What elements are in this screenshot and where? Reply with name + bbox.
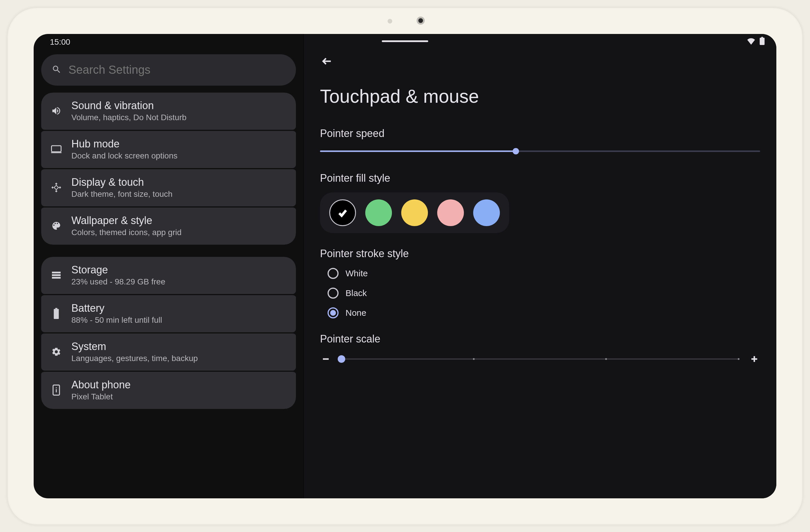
tablet-frame: 15:00	[7, 8, 803, 525]
sidebar-item-label: Sound & vibration	[71, 99, 187, 112]
radio-icon	[327, 268, 339, 279]
sidebar-item-display[interactable]: Display & touch Dark theme, font size, t…	[41, 168, 296, 206]
radio-label: None	[345, 308, 367, 318]
fill-swatch-4[interactable]	[473, 199, 500, 226]
pointer-speed-label: Pointer speed	[320, 127, 760, 140]
pointer-stroke-label: Pointer stroke style	[320, 247, 760, 260]
sidebar-item-sub: Volume, haptics, Do Not Disturb	[71, 113, 187, 122]
palette-icon	[50, 221, 63, 231]
sidebar-item-sub: 23% used - 98.29 GB free	[71, 277, 165, 287]
sidebar-item-label: Wallpaper & style	[71, 214, 182, 227]
sidebar-item-label: Display & touch	[71, 176, 173, 188]
svg-rect-8	[56, 389, 56, 392]
sidebar-item-label: About phone	[71, 379, 131, 391]
sidebar-item-hub-mode[interactable]: Hub mode Dock and lock screen options	[41, 130, 296, 168]
scale-tick	[473, 358, 475, 360]
sidebar-item-sub: Languages, gestures, time, backup	[71, 354, 198, 363]
brightness-icon	[50, 182, 63, 193]
scale-tick	[738, 358, 740, 360]
radio-icon	[327, 288, 339, 299]
stroke-option-black[interactable]: Black	[327, 288, 760, 299]
gear-icon	[50, 346, 63, 357]
sidebar-item-label: Storage	[71, 264, 165, 276]
fill-swatch-0[interactable]	[329, 199, 356, 226]
settings-sidebar: Sound & vibration Volume, haptics, Do No…	[34, 34, 304, 498]
fill-swatch-2[interactable]	[401, 199, 428, 226]
sidebar-item-storage[interactable]: Storage 23% used - 98.29 GB free	[41, 257, 296, 294]
pointer-scale-slider[interactable]	[341, 356, 739, 362]
search-settings[interactable]	[41, 54, 296, 86]
sidebar-item-sub: Dark theme, font size, touch	[71, 190, 173, 199]
sidebar-item-sub: 88% - 50 min left until full	[71, 316, 162, 325]
fill-swatch-1[interactable]	[365, 199, 392, 226]
pointer-fill-label: Pointer fill style	[320, 172, 760, 184]
sidebar-item-sub: Pixel Tablet	[71, 392, 131, 401]
phone-info-icon	[50, 385, 63, 396]
sidebar-item-label: System	[71, 340, 198, 353]
svg-rect-3	[51, 152, 62, 153]
sidebar-item-label: Battery	[71, 302, 162, 314]
stroke-option-white[interactable]: White	[327, 268, 760, 279]
storage-icon	[50, 270, 63, 280]
sidebar-item-wallpaper[interactable]: Wallpaper & style Colors, themed icons, …	[41, 206, 296, 245]
status-clock: 15:00	[50, 37, 70, 47]
status-bar: 15:00	[34, 34, 776, 50]
svg-rect-7	[56, 387, 56, 388]
battery-icon	[760, 37, 765, 47]
back-button[interactable]	[320, 54, 334, 68]
sidebar-item-battery[interactable]: Battery 88% - 50 min left until full	[41, 294, 296, 332]
svg-rect-0	[760, 38, 765, 45]
dock-icon	[50, 145, 63, 154]
pointer-stroke-options: WhiteBlackNone	[320, 268, 760, 318]
fill-swatch-3[interactable]	[437, 199, 464, 226]
radio-label: White	[345, 269, 368, 278]
search-input[interactable]	[68, 63, 286, 76]
screen: 15:00	[34, 34, 776, 498]
detail-pane: Touchpad & mouse Pointer speed Pointer f…	[304, 34, 776, 498]
radio-label: Black	[345, 288, 367, 298]
radio-icon	[327, 307, 339, 318]
sidebar-item-sound[interactable]: Sound & vibration Volume, haptics, Do No…	[41, 93, 296, 130]
scale-decrease-button[interactable]	[320, 353, 331, 365]
sidebar-item-sub: Dock and lock screen options	[71, 151, 178, 161]
sidebar-item-sub: Colors, themed icons, app grid	[71, 228, 182, 237]
sidebar-item-system[interactable]: System Languages, gestures, time, backup	[41, 332, 296, 371]
sidebar-item-label: Hub mode	[71, 138, 178, 150]
svg-rect-4	[55, 308, 58, 309]
wifi-icon	[747, 37, 756, 47]
ambient-sensor	[388, 19, 392, 23]
svg-rect-2	[52, 146, 61, 152]
svg-rect-1	[761, 37, 763, 38]
volume-icon	[50, 106, 63, 116]
scale-increase-button[interactable]	[748, 353, 760, 365]
stroke-option-none[interactable]: None	[327, 307, 760, 318]
search-icon	[52, 64, 62, 76]
pointer-speed-slider[interactable]	[320, 148, 760, 155]
battery-side-icon	[50, 308, 63, 319]
front-camera	[417, 17, 425, 25]
scale-thumb[interactable]	[338, 355, 345, 363]
svg-rect-5	[54, 309, 59, 319]
sidebar-item-about[interactable]: About phone Pixel Tablet	[41, 371, 296, 409]
pointer-fill-swatches	[320, 192, 509, 233]
page-title: Touchpad & mouse	[320, 86, 760, 107]
pointer-scale-label: Pointer scale	[320, 333, 760, 345]
scale-tick	[605, 358, 607, 360]
